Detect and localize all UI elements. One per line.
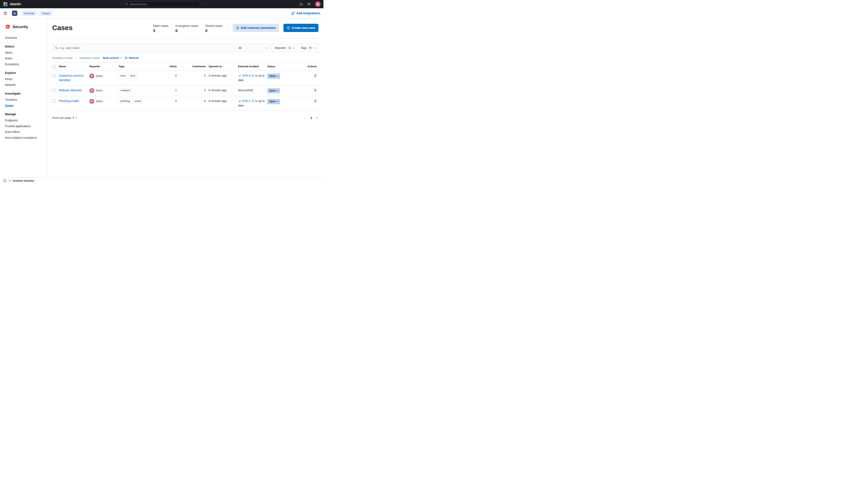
sidebar-item-trusted-applications[interactable]: Trusted applications xyxy=(5,123,44,129)
case-search-input[interactable] xyxy=(60,46,231,49)
previous-page-button[interactable] xyxy=(305,117,307,119)
chevron-down-icon xyxy=(277,100,278,102)
reporter-filter[interactable]: Reporter 1 xyxy=(272,44,297,52)
page-title: Cases xyxy=(52,24,73,32)
sidebar-item-alerts[interactable]: Alerts xyxy=(5,50,44,56)
cases-table: Name Reporter Tags Alerts Comments Opene… xyxy=(52,62,319,111)
sidebar-section-header: Investigate xyxy=(5,92,44,95)
page-number[interactable]: 1 xyxy=(311,116,312,119)
case-name-link[interactable]: Phishing emails xyxy=(59,99,79,103)
delete-case-icon[interactable] xyxy=(314,89,317,92)
chevron-down-icon xyxy=(277,90,278,91)
external-link-icon xyxy=(252,74,254,77)
user-add-icon[interactable] xyxy=(307,2,311,6)
comments-count: 0 xyxy=(180,71,208,81)
stat-closed-cases: Closed cases0 xyxy=(205,24,223,33)
sidebar-item-host-isolation-exceptions[interactable]: Host isolation exceptions xyxy=(5,135,44,141)
table-footer: Rows per page: 5 1 xyxy=(52,116,319,119)
add-integrations-button[interactable]: Add integrations xyxy=(291,12,320,15)
global-search[interactable] xyxy=(123,1,200,7)
status-badge[interactable]: Open xyxy=(267,99,280,104)
untitled-timeline-button[interactable]: Untitled timeline xyxy=(13,179,34,182)
external-incident-cell: Not pushed xyxy=(238,85,267,95)
column-header-external-incident[interactable]: External Incident xyxy=(238,63,267,71)
menu-icon[interactable] xyxy=(3,11,7,16)
cloud-icon[interactable] xyxy=(299,2,303,6)
column-header-tags[interactable]: Tags xyxy=(119,63,167,71)
chevron-down-icon xyxy=(314,47,316,49)
table-row: Phishing emails DDocs phishingemail 0 0 … xyxy=(52,96,319,111)
case-search[interactable] xyxy=(52,44,234,52)
row-checkbox[interactable] xyxy=(52,99,55,103)
breadcrumb-item-security[interactable]: Security xyxy=(21,10,38,16)
bulk-actions-button[interactable]: Bulk actions xyxy=(103,56,121,60)
case-name-link[interactable]: Malware detected xyxy=(59,88,82,93)
status-badge[interactable]: Open xyxy=(267,73,280,79)
sidebar-item-network[interactable]: Network xyxy=(5,82,44,88)
selected-count: Selected 0 cases xyxy=(79,56,100,60)
tags-filter[interactable]: Tags 5 xyxy=(297,44,318,52)
stat-open-cases: Open cases3 xyxy=(153,24,168,33)
external-incident-link[interactable]: NTA-3 xyxy=(243,74,250,77)
reporter-name: Docs xyxy=(96,88,103,93)
global-search-input[interactable] xyxy=(130,3,198,6)
solution-filter-select[interactable]: All xyxy=(235,44,270,52)
status-badge[interactable]: Open xyxy=(267,88,280,93)
chevron-down-icon xyxy=(120,57,122,59)
row-checkbox[interactable] xyxy=(52,74,55,77)
global-header: elastic D xyxy=(0,0,323,8)
user-avatar[interactable]: D xyxy=(315,1,321,7)
sidebar-item-exceptions[interactable]: Exceptions xyxy=(5,61,44,67)
plus-circle-icon xyxy=(287,26,290,29)
sidebar-item-event-filters[interactable]: Event filters xyxy=(5,129,44,135)
integrations-icon xyxy=(291,12,295,15)
sidebar-item-cases[interactable]: Cases xyxy=(5,103,44,108)
filter-bar: All Reporter 1 Tags 5 xyxy=(52,44,319,52)
external-incident-link[interactable]: NTA-2 xyxy=(243,99,250,103)
breadcrumb-item-cases[interactable]: Cases xyxy=(38,10,52,16)
sidebar-item-rules[interactable]: Rules xyxy=(5,56,44,61)
tags-cell: linuxhost xyxy=(119,73,166,78)
add-timeline-icon[interactable] xyxy=(3,179,7,183)
space-badge[interactable]: D xyxy=(12,10,17,16)
sidebar-item-timelines[interactable]: Timelines xyxy=(5,97,44,103)
main-content: Cases Open cases3In progress cases0Close… xyxy=(47,18,323,177)
column-header-comments[interactable]: Comments xyxy=(180,63,208,71)
case-name-link[interactable]: Suspicious process identified xyxy=(59,73,88,82)
tags-filter-label: Tags xyxy=(300,46,307,49)
delete-case-icon[interactable] xyxy=(314,74,317,77)
row-checkbox[interactable] xyxy=(52,89,55,92)
sidebar-item-endpoints[interactable]: Endpoints xyxy=(5,117,44,123)
select-all-checkbox[interactable] xyxy=(52,65,55,68)
sidebar-header: Security xyxy=(5,24,44,29)
column-header-name[interactable]: Name xyxy=(59,63,89,71)
next-page-button[interactable] xyxy=(316,117,317,119)
opened-on: 6 minutes ago xyxy=(208,85,238,95)
create-new-case-label: Create new case xyxy=(292,26,315,29)
external-connector-icon xyxy=(238,100,241,102)
column-header-opened-on[interactable]: Opened on↓ xyxy=(208,63,238,71)
rows-per-page-label: Rows per page: 5 xyxy=(52,116,74,119)
alerts-count: 0 xyxy=(167,96,180,106)
column-header-status[interactable]: Status xyxy=(267,63,296,71)
search-icon xyxy=(125,3,128,5)
refresh-button[interactable]: ↻ Refresh xyxy=(125,56,139,60)
opened-on: 9 minutes ago xyxy=(208,96,238,106)
column-header-reporter[interactable]: Reporter xyxy=(89,63,119,71)
brand-name: elastic xyxy=(10,2,21,6)
breadcrumb: SecurityCases xyxy=(21,10,52,16)
rows-per-page-button[interactable]: Rows per page: 5 xyxy=(52,116,77,119)
create-new-case-button[interactable]: Create new case xyxy=(283,24,319,32)
sidebar-item-overview[interactable]: Overview xyxy=(5,35,44,41)
sidebar-title: Security xyxy=(13,25,28,29)
chevron-down-icon xyxy=(293,47,295,49)
elastic-logo[interactable]: elastic xyxy=(3,2,21,7)
edit-external-connection-button[interactable]: Edit external connection xyxy=(233,24,279,32)
showing-count: Showing 3 cases xyxy=(52,56,72,60)
comments-count: 0 xyxy=(180,96,208,106)
table-header-row: Name Reporter Tags Alerts Comments Opene… xyxy=(52,62,319,71)
chevron-down-icon xyxy=(266,47,268,49)
delete-case-icon[interactable] xyxy=(314,99,317,103)
sidebar-item-hosts[interactable]: Hosts xyxy=(5,76,44,82)
column-header-alerts[interactable]: Alerts xyxy=(167,63,180,71)
